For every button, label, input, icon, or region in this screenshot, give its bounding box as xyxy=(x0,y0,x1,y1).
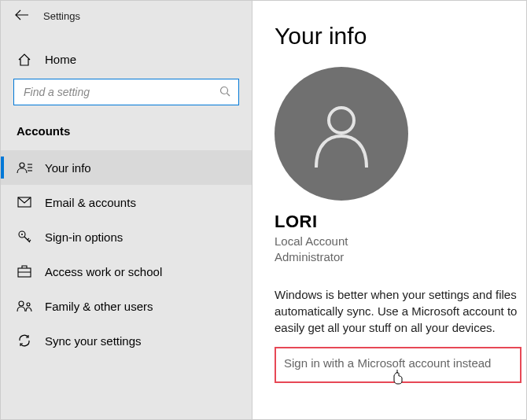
account-type: Local Account xyxy=(275,234,526,249)
svg-point-0 xyxy=(221,87,228,94)
search-container xyxy=(13,79,239,105)
nav-work[interactable]: Access work or school xyxy=(1,254,252,289)
info-text: Windows is better when your settings and… xyxy=(275,286,526,336)
nav-sync[interactable]: Sync your settings xyxy=(1,323,252,358)
cursor-icon xyxy=(392,369,405,388)
user-icon xyxy=(17,161,32,174)
person-icon xyxy=(310,98,373,169)
svg-point-10 xyxy=(19,301,24,306)
people-icon xyxy=(17,300,32,312)
username: LORI xyxy=(275,212,526,232)
sync-icon xyxy=(17,333,32,348)
nav-item-label: Your info xyxy=(45,161,91,175)
avatar xyxy=(275,67,408,201)
app-title: Settings xyxy=(43,10,80,22)
nav-item-label: Sign-in options xyxy=(45,230,123,244)
search-box[interactable] xyxy=(13,79,239,105)
highlight-box: Sign in with a Microsoft account instead xyxy=(275,347,521,383)
nav-home-label: Home xyxy=(45,53,76,66)
back-icon[interactable] xyxy=(15,9,29,23)
home-icon xyxy=(17,53,32,66)
search-input[interactable] xyxy=(22,85,219,99)
titlebar: Settings xyxy=(1,1,252,28)
svg-line-1 xyxy=(227,93,230,96)
email-icon xyxy=(17,197,32,208)
nav-your-info[interactable]: Your info xyxy=(1,150,252,185)
nav-signin[interactable]: Sign-in options xyxy=(1,219,252,254)
svg-point-12 xyxy=(329,108,354,133)
key-icon xyxy=(17,230,32,244)
section-title: Accounts xyxy=(1,121,252,150)
nav-email[interactable]: Email & accounts xyxy=(1,185,252,219)
settings-window: Settings Home Accounts Your info xyxy=(0,0,527,420)
sidebar: Settings Home Accounts Your info xyxy=(1,1,252,419)
page-title: Your info xyxy=(275,23,526,50)
svg-point-2 xyxy=(20,163,24,168)
nav-home[interactable]: Home xyxy=(1,45,252,74)
signin-link[interactable]: Sign in with a Microsoft account instead xyxy=(284,356,491,370)
nav-item-label: Sync your settings xyxy=(45,334,142,348)
search-icon xyxy=(219,86,230,99)
nav-item-label: Family & other users xyxy=(45,300,153,313)
briefcase-icon xyxy=(17,265,32,278)
content-pane: Your info LORI Local Account Administrat… xyxy=(252,1,526,419)
account-role: Administrator xyxy=(275,249,526,265)
svg-point-8 xyxy=(21,234,23,235)
svg-point-11 xyxy=(27,303,30,306)
nav-family[interactable]: Family & other users xyxy=(1,289,252,323)
nav-item-label: Email & accounts xyxy=(45,196,136,209)
nav-item-label: Access work or school xyxy=(45,265,162,278)
